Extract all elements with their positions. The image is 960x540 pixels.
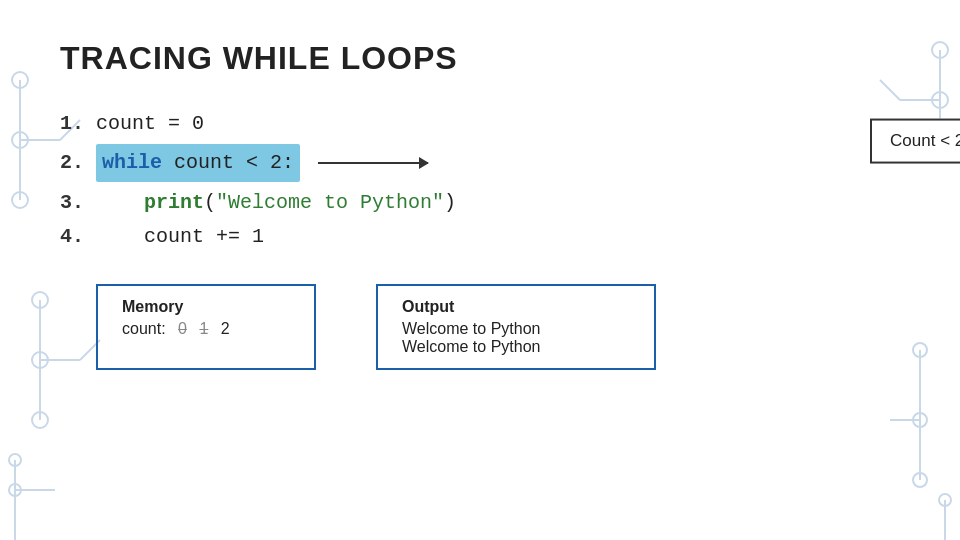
op-equals: = 0	[168, 112, 204, 135]
memory-val-1: 1	[199, 320, 208, 338]
memory-val-0: 0	[178, 320, 187, 338]
output-line-1: Welcome to Python	[402, 320, 630, 338]
while-condition: count < 2:	[174, 151, 294, 174]
var-count: count	[96, 112, 156, 135]
code-line-3: 3. print("Welcome to Python")	[60, 186, 900, 220]
annotation-box: Count < 2 is false	[870, 119, 960, 164]
line-num-1: 1.	[60, 107, 96, 141]
print-string: "Welcome to Python"	[216, 191, 444, 214]
print-keyword: print	[144, 191, 204, 214]
memory-val-2: 2	[221, 320, 230, 338]
output-line-2: Welcome to Python	[402, 338, 630, 356]
output-label: Output	[402, 298, 630, 316]
code-line-1: 1. count = 0	[60, 107, 900, 141]
memory-label: Memory	[122, 298, 290, 316]
annotation-text: Count < 2 is false	[890, 131, 960, 150]
page-title: TRACING WHILE LOOPS	[60, 40, 900, 77]
line-num-2: 2.	[60, 146, 96, 180]
code-text-3: print("Welcome to Python")	[96, 186, 456, 220]
memory-key: count:	[122, 320, 166, 338]
code-line-4: 4. count += 1	[60, 220, 900, 254]
memory-values: count: 0 1 2	[122, 320, 290, 338]
memory-box: Memory count: 0 1 2	[96, 284, 316, 370]
bottom-boxes: Memory count: 0 1 2 Output Welcome to Py…	[96, 284, 900, 370]
code-block: 1. count = 0 2. while count < 2: Count <…	[60, 107, 900, 254]
output-box: Output Welcome to Python Welcome to Pyth…	[376, 284, 656, 370]
arrow-line	[318, 162, 428, 164]
code-text-1: count = 0	[96, 107, 204, 141]
while-statement: while count < 2:	[96, 144, 300, 182]
code-text-4: count += 1	[96, 220, 264, 254]
line-num-4: 4.	[60, 220, 96, 254]
while-keyword: while	[102, 151, 162, 174]
line-num-3: 3.	[60, 186, 96, 220]
code-line-2: 2. while count < 2: Count < 2 is false	[60, 141, 900, 186]
